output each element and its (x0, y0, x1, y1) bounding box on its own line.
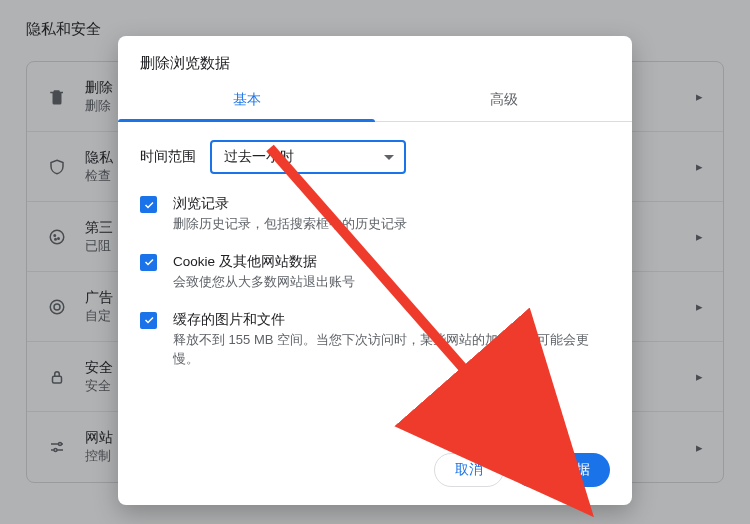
tab-basic[interactable]: 基本 (118, 81, 375, 121)
cancel-button[interactable]: 取消 (434, 453, 504, 487)
checkbox-browsing-history[interactable] (140, 196, 157, 213)
option-cache: 缓存的图片和文件 释放不到 155 MB 空间。当您下次访问时，某些网站的加载速… (140, 310, 610, 369)
time-range-label: 时间范围 (140, 148, 196, 166)
time-range-select[interactable]: 过去一小时 (210, 140, 406, 174)
option-sub: 释放不到 155 MB 空间。当您下次访问时，某些网站的加载速度可能会更慢。 (173, 330, 610, 369)
time-range-value: 过去一小时 (224, 148, 294, 166)
option-sub: 删除历史记录，包括搜索框中的历史记录 (173, 214, 407, 234)
dialog-button-bar: 取消 删除数据 (118, 453, 632, 487)
option-sub: 会致使您从大多数网站退出账号 (173, 272, 355, 292)
dialog-tabs: 基本 高级 (118, 81, 632, 122)
option-title: Cookie 及其他网站数据 (173, 252, 355, 272)
checkbox-cookies[interactable] (140, 254, 157, 271)
delete-data-button[interactable]: 删除数据 (514, 453, 610, 487)
option-cookies: Cookie 及其他网站数据 会致使您从大多数网站退出账号 (140, 252, 610, 292)
dialog-title: 删除浏览数据 (118, 36, 632, 81)
tab-advanced[interactable]: 高级 (375, 81, 632, 121)
option-title: 浏览记录 (173, 194, 407, 214)
clear-browsing-data-dialog: 删除浏览数据 基本 高级 时间范围 过去一小时 浏览记录 删除历史记录，包括搜索… (118, 36, 632, 505)
chevron-down-icon (384, 155, 394, 160)
option-title: 缓存的图片和文件 (173, 310, 610, 330)
dialog-body: 时间范围 过去一小时 浏览记录 删除历史记录，包括搜索框中的历史记录 Cooki… (118, 122, 632, 391)
option-browsing-history: 浏览记录 删除历史记录，包括搜索框中的历史记录 (140, 194, 610, 234)
checkbox-cache[interactable] (140, 312, 157, 329)
